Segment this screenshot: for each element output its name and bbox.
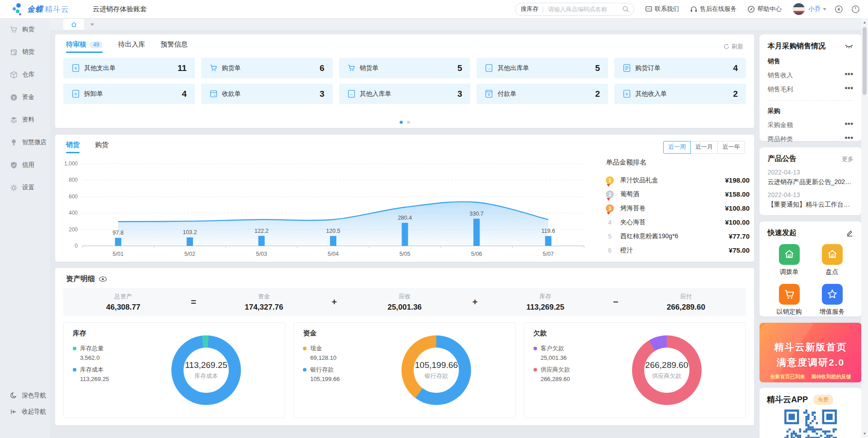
ranking-row-1[interactable]: 1 果汁饮品礼盒 ¥198.00 xyxy=(606,173,750,187)
legend-cash: 现金 69,128.10 xyxy=(303,344,340,361)
expense-doc-icon: ¥ xyxy=(71,64,80,72)
free-badge: 免费 xyxy=(813,395,833,405)
user-menu-chevron-down-icon[interactable] xyxy=(823,8,826,10)
search-input[interactable] xyxy=(547,5,622,13)
sidebar-item-purchase[interactable]: 购货 xyxy=(0,18,50,41)
ranking-row-5[interactable]: 5 西红柿意粉酱190g*6 ¥77.70 xyxy=(606,229,750,243)
todo-card-receipt[interactable]: 收款单 3 xyxy=(201,84,333,104)
refresh-button[interactable]: 刷新 xyxy=(723,42,743,51)
inventory-donut-chart: 113,269.25 库存成本 xyxy=(171,335,241,405)
search-icon[interactable] xyxy=(622,5,629,13)
receivable-cell: 应收 25,001.36 xyxy=(344,292,464,312)
sidebar-item-warehouse[interactable]: 仓库 xyxy=(0,63,50,86)
todo-card-payment[interactable]: ¥ 付款单 2 xyxy=(476,84,608,104)
logout-button[interactable] xyxy=(851,5,860,14)
svg-text:→: → xyxy=(487,66,491,71)
purchase-cart-icon xyxy=(209,64,218,72)
warehouse-cube-icon xyxy=(10,71,18,79)
back-button[interactable] xyxy=(835,5,843,14)
sidebar-item-sales[interactable]: 销货 xyxy=(0,41,50,63)
ranking-row-2[interactable]: 2 葡萄酒 ¥158.00 xyxy=(606,187,750,201)
todo-card-other-income[interactable]: ¥ 其他收入单 2 xyxy=(614,84,746,104)
payable-cell: 应付 266,289.60 xyxy=(626,292,746,312)
todo-card-purchase-order[interactable]: 购货单 6 xyxy=(201,58,333,78)
todo-card-other-expense[interactable]: ¥ 其他支出单 11 xyxy=(63,58,195,78)
sidebar-item-credit[interactable]: 信用 xyxy=(0,154,50,176)
app-title: 精斗云APP xyxy=(767,394,808,405)
quick-stocktake[interactable]: 盘点 xyxy=(811,244,854,276)
app-download-card: 精斗云APP 免费 xyxy=(760,388,862,438)
brand-light: 精斗云 xyxy=(45,4,69,14)
page-scrollbar[interactable]: ▲ ▼ xyxy=(861,18,868,438)
kingdee-logo[interactable]: 金蝶 精斗云 xyxy=(12,3,69,15)
range-last-month-button[interactable]: 近一月 xyxy=(690,141,718,154)
quick-value-added-service[interactable]: 增值服务 xyxy=(811,284,854,316)
todo-card-purchase-request[interactable]: 购货订单 4 xyxy=(614,58,746,78)
sidebar: 购货 销货 仓库 ¥ 资金 资料 智慧微店 信用 设置 深色导航 收起导航 xyxy=(0,18,50,438)
tab-purchase-trend[interactable]: 购货 xyxy=(95,141,108,153)
disassembly-doc-icon: # xyxy=(71,89,80,98)
moon-icon xyxy=(10,392,17,399)
range-last-week-button[interactable]: 近一周 xyxy=(663,141,691,154)
svg-text:400: 400 xyxy=(69,210,78,216)
pagination-dot-1[interactable] xyxy=(400,121,403,124)
todo-card-other-inbound[interactable]: ← 其他入库单 3 xyxy=(339,84,471,104)
sidebar-item-funds[interactable]: ¥ 资金 xyxy=(0,86,50,108)
pagination-dot-2[interactable] xyxy=(407,121,410,124)
quick-launch-title: 快速发起 xyxy=(768,228,797,238)
eye-visibility-icon[interactable] xyxy=(99,276,107,282)
svg-text:5/03: 5/03 xyxy=(256,251,267,257)
sidebar-item-smart-store[interactable]: 智慧微店 xyxy=(0,131,50,154)
quick-transfer-order[interactable]: 调拨单 xyxy=(768,244,811,276)
outbound-doc-icon: → xyxy=(485,64,493,72)
store-icon xyxy=(10,48,18,56)
search-category-selector[interactable]: 搜库存 xyxy=(521,5,538,13)
tab-pending-inout[interactable]: 待出入库 xyxy=(118,40,145,53)
sales-cart-icon xyxy=(347,64,356,72)
scrollbar-thumb[interactable] xyxy=(863,27,867,95)
assets-formula-strip: 总资产 46,308.77 = 资金 174,327.76 + 应收 25,00… xyxy=(63,288,746,316)
gold-medal-icon: 1 xyxy=(606,176,614,184)
user-name[interactable]: 小乔 xyxy=(808,5,821,13)
user-avatar[interactable] xyxy=(793,3,805,15)
todo-card-sales-order[interactable]: 销货单 5 xyxy=(339,58,471,78)
svg-text:5/07: 5/07 xyxy=(543,251,554,257)
after-sales-service-link[interactable]: 售后在线服务 xyxy=(690,5,736,13)
svg-text:1,000: 1,000 xyxy=(64,160,78,167)
scroll-down-arrow[interactable]: ▼ xyxy=(861,430,868,437)
edit-pencil-icon[interactable] xyxy=(846,229,854,237)
tab-list-dropdown[interactable] xyxy=(87,19,95,30)
ranking-row-4[interactable]: 4 夹心海苔 ¥100.00 xyxy=(606,215,750,229)
scroll-up-arrow[interactable]: ▲ xyxy=(861,19,868,26)
todo-card-other-outbound[interactable]: → 其他出库单 5 xyxy=(476,58,608,78)
refresh-icon xyxy=(723,43,730,50)
page-tab-strip xyxy=(50,18,862,30)
dark-nav-toggle[interactable]: 深色导航 xyxy=(0,387,50,404)
contact-us-link[interactable]: 联系我们 xyxy=(645,5,679,13)
sidebar-item-materials[interactable]: 资料 xyxy=(0,108,50,131)
help-center-link[interactable]: 帮助中心 xyxy=(747,5,782,13)
ranking-row-6[interactable]: 6 橙汁 ¥75.00 xyxy=(606,243,750,257)
ranking-row-3[interactable]: 3 烤海苔卷 ¥100.80 xyxy=(606,201,750,215)
quick-sales-based-purchase[interactable]: 以销定购 xyxy=(768,284,811,316)
announcement-date-1: 2022-04-13 xyxy=(768,169,854,176)
survey-banner[interactable]: 精斗云新版首页 满意度调研2.0 全新首页已到来 期待收到您的反馈 xyxy=(760,323,862,382)
bronze-medal-icon: 3 xyxy=(606,204,614,212)
eye-closed-icon[interactable] xyxy=(844,44,854,49)
plus-operator-1: + xyxy=(324,297,344,307)
ranking-title: 单品金额排名 xyxy=(606,158,750,167)
announcement-link-2[interactable]: 【重要通知】精斗云工作台域... xyxy=(768,201,854,209)
tab-pending-review[interactable]: 待审核 49 xyxy=(66,40,103,53)
search-box[interactable]: 搜库存 | xyxy=(515,3,634,16)
tab-sales-trend[interactable]: 销货 xyxy=(66,141,80,153)
range-last-year-button[interactable]: 近一年 xyxy=(717,141,745,154)
collapse-nav-button[interactable]: 收起导航 xyxy=(0,404,50,420)
todo-card-disassembly[interactable]: # 拆卸单 4 xyxy=(63,84,195,104)
home-tab[interactable] xyxy=(63,19,84,30)
sidebar-item-settings[interactable]: 设置 xyxy=(0,176,50,199)
tab-warning-info[interactable]: 预警信息 xyxy=(160,40,188,53)
svg-text:5/02: 5/02 xyxy=(184,251,195,257)
announcement-link-1[interactable]: 云进销存产品更新公告_20220... xyxy=(768,178,854,186)
more-link[interactable]: 更多 xyxy=(842,155,854,163)
svg-text:¥: ¥ xyxy=(487,92,490,97)
